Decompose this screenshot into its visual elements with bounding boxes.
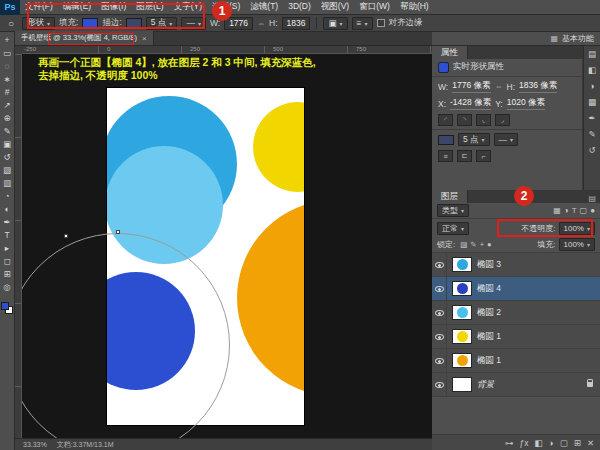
- corner-bottom-left-icon[interactable]: ◟: [476, 114, 491, 126]
- dock-paths-icon[interactable]: ✒: [588, 113, 595, 123]
- corner-top-right-icon[interactable]: ◝: [457, 114, 472, 126]
- stroke-corner-icon[interactable]: ⌐: [476, 150, 491, 162]
- stroke-align-icon[interactable]: ≡: [438, 150, 453, 162]
- foreground-color-swatch[interactable]: [1, 302, 9, 310]
- stroke-caps-icon[interactable]: ⊏: [457, 150, 472, 162]
- workspace-switcher[interactable]: 基本功能: [562, 33, 594, 44]
- path-anchor-point[interactable]: [116, 230, 120, 234]
- lock-transparent-pixels-icon[interactable]: ▨: [460, 240, 467, 249]
- layer-style-icon[interactable]: ƒx: [520, 438, 529, 448]
- prop-y-value[interactable]: 1020 像素: [507, 97, 545, 110]
- rectangular-marquee-tool[interactable]: ▭: [3, 49, 11, 58]
- lasso-tool[interactable]: ◌: [4, 62, 9, 71]
- dock-adjustments-icon[interactable]: ◧: [588, 65, 596, 75]
- menu-item-10[interactable]: 窗口(W): [354, 1, 395, 13]
- fill-opacity-dropdown[interactable]: 100% ▾: [559, 238, 595, 251]
- layer-group-icon[interactable]: ▢: [560, 438, 568, 448]
- lock-all-icon[interactable]: ●: [487, 240, 492, 249]
- prop-w-value[interactable]: 1776 像素: [452, 80, 490, 93]
- menu-item-8[interactable]: 3D(D): [283, 1, 316, 13]
- menu-item-9[interactable]: 视图(V): [316, 1, 354, 13]
- layer-thumbnail[interactable]: [452, 377, 472, 392]
- magic-wand-tool[interactable]: ∗: [3, 75, 10, 84]
- eyedropper-tool[interactable]: ↗: [3, 101, 10, 110]
- brush-tool[interactable]: ✎: [3, 127, 10, 136]
- layer-thumbnail[interactable]: [452, 329, 472, 344]
- prop-stroke-width-dropdown[interactable]: 5 点 ▾: [458, 133, 490, 146]
- height-field[interactable]: 1836: [282, 17, 311, 30]
- gradient-tool[interactable]: ▥: [3, 179, 11, 188]
- blur-tool[interactable]: ◔: [4, 192, 9, 201]
- move-tool[interactable]: +: [5, 36, 10, 45]
- menu-item-11[interactable]: 帮助(H): [395, 1, 434, 13]
- filter-type-layers-icon[interactable]: T: [572, 206, 577, 215]
- layer-filter-dropdown[interactable]: 类型 ▾: [437, 204, 469, 217]
- shape-tool[interactable]: ◻: [3, 257, 10, 266]
- hand-tool[interactable]: ⊞: [3, 270, 10, 279]
- prop-x-value[interactable]: -1428 像素: [450, 97, 491, 110]
- healing-brush-tool[interactable]: ⊕: [3, 114, 10, 123]
- corner-bottom-right-icon[interactable]: ◞: [495, 114, 510, 126]
- layer-row-2[interactable]: 椭圆 4: [432, 277, 600, 301]
- layer-row-5[interactable]: 椭圆 1: [432, 349, 600, 373]
- type-tool[interactable]: T: [4, 231, 9, 240]
- crop-tool[interactable]: #: [5, 88, 10, 97]
- delete-layer-icon[interactable]: ✕: [587, 438, 594, 448]
- history-brush-tool[interactable]: ↺: [3, 153, 10, 162]
- link-layers-icon[interactable]: ⊶: [505, 438, 514, 448]
- layer-thumbnail[interactable]: [452, 257, 472, 272]
- visibility-toggle[interactable]: [432, 349, 447, 373]
- new-layer-icon[interactable]: ⊞: [574, 438, 581, 448]
- zoom-tool[interactable]: ◎: [3, 283, 10, 292]
- path-anchor-point[interactable]: [64, 234, 68, 238]
- filter-pixel-layers-icon[interactable]: ▦: [553, 206, 561, 215]
- layer-thumbnail[interactable]: [452, 281, 472, 296]
- layer-row-1[interactable]: 椭圆 3: [432, 253, 600, 277]
- clone-stamp-tool[interactable]: ▣: [3, 140, 11, 149]
- menu-item-7[interactable]: 滤镜(T): [245, 1, 283, 13]
- layer-row-3[interactable]: 椭圆 2: [432, 301, 600, 325]
- path-selection-tool[interactable]: ▸: [5, 244, 9, 253]
- dock-history-icon[interactable]: ↺: [588, 145, 595, 155]
- panel-menu-icon[interactable]: ▤: [588, 194, 596, 203]
- visibility-toggle[interactable]: [432, 277, 447, 301]
- dodge-tool[interactable]: ◐: [4, 205, 9, 214]
- path-operations-dropdown[interactable]: ▣ ▾: [323, 17, 347, 30]
- link-dimensions-icon[interactable]: ⇔: [495, 82, 503, 91]
- adjustment-layer-icon[interactable]: ◑: [549, 438, 554, 448]
- dock-brush-icon[interactable]: ✎: [588, 129, 595, 139]
- filter-shape-layers-icon[interactable]: ▢: [580, 206, 588, 215]
- visibility-toggle[interactable]: [432, 301, 447, 325]
- prop-h-value[interactable]: 1836 像素: [519, 80, 557, 93]
- path-alignment-dropdown[interactable]: ≡ ▾: [352, 17, 373, 30]
- visibility-toggle[interactable]: [432, 325, 447, 349]
- layer-row-6[interactable]: 背景: [432, 373, 600, 397]
- blend-mode-dropdown[interactable]: 正常 ▾: [437, 222, 469, 235]
- align-edges-checkbox[interactable]: [377, 19, 385, 27]
- close-tab-icon[interactable]: ×: [142, 34, 147, 43]
- eraser-tool[interactable]: ▨: [3, 166, 11, 175]
- lock-position-icon[interactable]: +: [480, 240, 484, 249]
- lock-image-pixels-icon[interactable]: ✎: [470, 240, 476, 249]
- canvas[interactable]: 再画一个正圆【椭圆 4】, 放在图层 2 和 3 中间, 填充深蓝色, 去掉描边…: [22, 54, 432, 438]
- zoom-level-field[interactable]: 33.33%: [23, 441, 47, 448]
- corner-top-left-icon[interactable]: ◜: [438, 114, 453, 126]
- prop-stroke-style-dropdown[interactable]: — ▾: [494, 133, 519, 146]
- pen-tool[interactable]: ✒: [3, 218, 10, 227]
- layer-mask-icon[interactable]: ◧: [535, 438, 543, 448]
- dock-swatches-icon[interactable]: ▤: [588, 49, 596, 59]
- color-swatches[interactable]: [1, 302, 13, 314]
- layer-row-4[interactable]: 椭圆 1: [432, 325, 600, 349]
- filter-smart-objects-icon[interactable]: ●: [590, 206, 595, 215]
- visibility-toggle[interactable]: [432, 373, 447, 397]
- link-dimensions-icon[interactable]: ⇔: [257, 19, 265, 28]
- dock-channels-icon[interactable]: ▦: [588, 97, 596, 107]
- prop-stroke-swatch[interactable]: [438, 135, 454, 145]
- layer-thumbnail[interactable]: [452, 305, 472, 320]
- filter-adjustment-layers-icon[interactable]: ◑: [564, 206, 569, 215]
- dock-styles-icon[interactable]: ◑: [589, 81, 594, 91]
- tab-properties[interactable]: 属性: [432, 46, 468, 59]
- visibility-toggle[interactable]: [432, 253, 447, 277]
- layer-thumbnail[interactable]: [452, 353, 472, 368]
- tab-layers[interactable]: 图层: [432, 190, 468, 203]
